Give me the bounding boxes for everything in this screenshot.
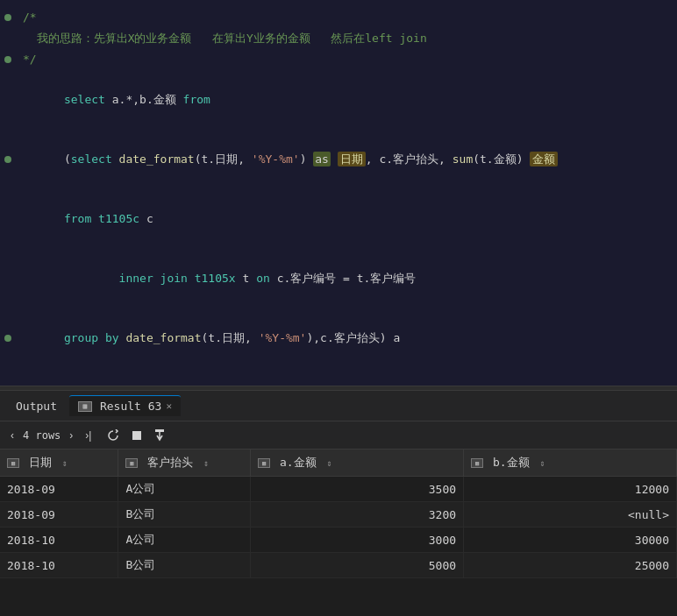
col-header-amta[interactable]: ▦ a.金额 ⇕ xyxy=(251,450,464,477)
line-gutter-5 xyxy=(0,156,16,163)
cell-customer-3: B公司 xyxy=(118,553,251,578)
line-gutter-1 xyxy=(0,14,16,21)
col-icon-amta: ▦ xyxy=(258,458,270,468)
data-table-container: ▦ 日期 ⇕ ▦ 客户抬头 ⇕ ▦ a.金额 ⇕ xyxy=(0,450,677,578)
nav-next-btn[interactable]: › xyxy=(66,428,76,443)
col-icon-customer: ▦ xyxy=(125,458,138,468)
cell-date-0: 2018-09 xyxy=(0,477,118,502)
cell-amta-0: 3500 xyxy=(251,477,464,502)
cell-amta-3: 5000 xyxy=(251,553,464,578)
cell-amta-2: 3000 xyxy=(251,527,464,553)
col-icon-date: ▦ xyxy=(7,458,19,468)
col-sort-date[interactable]: ⇕ xyxy=(62,458,68,468)
output-tabs: Output ▦ Result 63 ✕ xyxy=(0,391,677,421)
col-header-customer[interactable]: ▦ 客户抬头 ⇕ xyxy=(118,450,251,477)
cell-date-2: 2018-10 xyxy=(0,527,118,553)
code-line-4: select a.*,b.金额 from xyxy=(0,70,677,130)
code-line-3: */ xyxy=(0,49,677,70)
line-content-1: /* xyxy=(16,8,677,27)
code-line-9: left join xyxy=(0,368,677,386)
cell-amta-1: 3200 xyxy=(251,502,464,527)
col-sort-amtb[interactable]: ⇕ xyxy=(539,458,545,468)
code-line-8: group by date_format(t.日期, '%Y-%m'),c.客户… xyxy=(0,308,677,368)
line-content-6: from t1105c c xyxy=(16,190,677,248)
col-label-date: 日期 xyxy=(29,456,52,469)
code-line-2: 我的思路：先算出X的业务金额 在算出Y业务的金额 然后在left join xyxy=(0,28,677,49)
table-body: 2018-09 A公司 3500 12000 2018-09 B公司 3200 … xyxy=(0,477,677,578)
table-row: 2018-09 B公司 3200 <null> xyxy=(0,502,677,527)
cell-customer-1: B公司 xyxy=(118,502,251,527)
code-line-6: from t1105c c xyxy=(0,189,677,249)
result-toolbar: ‹ 4 rows › ›| xyxy=(0,421,677,450)
code-line-7: inner join t1105x t on c.客户编号 = t.客户编号 xyxy=(0,249,677,308)
cell-customer-2: A公司 xyxy=(118,527,251,553)
col-label-amtb: b.金额 xyxy=(493,456,530,469)
line-content-9: left join xyxy=(16,369,677,386)
col-label-customer: 客户抬头 xyxy=(147,456,193,469)
stop-btn[interactable] xyxy=(128,428,146,443)
result-table: ▦ 日期 ⇕ ▦ 客户抬头 ⇕ ▦ a.金额 ⇕ xyxy=(0,450,677,578)
col-label-amta: a.金额 xyxy=(280,456,317,469)
tab-output-label: Output xyxy=(16,400,57,413)
cell-customer-0: A公司 xyxy=(118,477,251,502)
table-row: 2018-10 A公司 3000 30000 xyxy=(0,527,677,553)
nav-prev-btn[interactable]: ‹ xyxy=(7,428,18,443)
line-content-5: (select date_format(t.日期, '%Y-%m') as 日期… xyxy=(16,131,677,188)
svg-rect-1 xyxy=(155,429,164,432)
svg-rect-0 xyxy=(132,431,141,440)
line-content-3: */ xyxy=(16,50,677,69)
output-panel: Output ▦ Result 63 ✕ ‹ 4 rows › ›| xyxy=(0,391,677,616)
pin-btn[interactable] xyxy=(151,428,168,443)
tab-output[interactable]: Output xyxy=(7,396,66,416)
table-row: 2018-09 A公司 3500 12000 xyxy=(0,477,677,502)
table-header-row: ▦ 日期 ⇕ ▦ 客户抬头 ⇕ ▦ a.金额 ⇕ xyxy=(0,450,677,477)
col-header-amtb[interactable]: ▦ b.金额 ⇕ xyxy=(464,450,677,477)
cell-date-1: 2018-09 xyxy=(0,502,118,527)
col-sort-customer[interactable]: ⇕ xyxy=(203,458,209,468)
cell-amtb-2: 30000 xyxy=(464,527,677,553)
tab-result-close[interactable]: ✕ xyxy=(166,400,172,412)
col-sort-amta[interactable]: ⇕ xyxy=(326,458,331,468)
result-table-icon: ▦ xyxy=(78,401,92,412)
cell-amtb-0: 12000 xyxy=(464,477,677,502)
nav-last-btn[interactable]: ›| xyxy=(82,428,95,443)
code-line-5: (select date_format(t.日期, '%Y-%m') as 日期… xyxy=(0,130,677,189)
cell-amtb-1: <null> xyxy=(464,502,677,527)
tab-result[interactable]: ▦ Result 63 ✕ xyxy=(69,395,181,416)
col-icon-amtb: ▦ xyxy=(471,458,483,468)
col-header-date[interactable]: ▦ 日期 ⇕ xyxy=(0,450,118,477)
line-content-7: inner join t1105x t on c.客户编号 = t.客户编号 xyxy=(16,250,677,308)
cell-amtb-3: 25000 xyxy=(464,553,677,578)
line-content-8: group by date_format(t.日期, '%Y-%m'),c.客户… xyxy=(16,309,677,367)
line-content-4: select a.*,b.金额 from xyxy=(16,71,677,129)
code-line-1: /* xyxy=(0,7,677,28)
editor-area: /* 我的思路：先算出X的业务金额 在算出Y业务的金额 然后在left join… xyxy=(0,0,677,386)
line-gutter-8 xyxy=(0,335,16,342)
refresh-btn[interactable] xyxy=(103,428,123,443)
tab-result-label: Result 63 xyxy=(100,400,161,413)
cell-date-3: 2018-10 xyxy=(0,553,118,578)
table-row: 2018-10 B公司 5000 25000 xyxy=(0,553,677,578)
line-gutter-3 xyxy=(0,56,16,63)
line-content-2: 我的思路：先算出X的业务金额 在算出Y业务的金额 然后在left join xyxy=(16,29,677,48)
rows-info: 4 rows xyxy=(23,429,61,442)
